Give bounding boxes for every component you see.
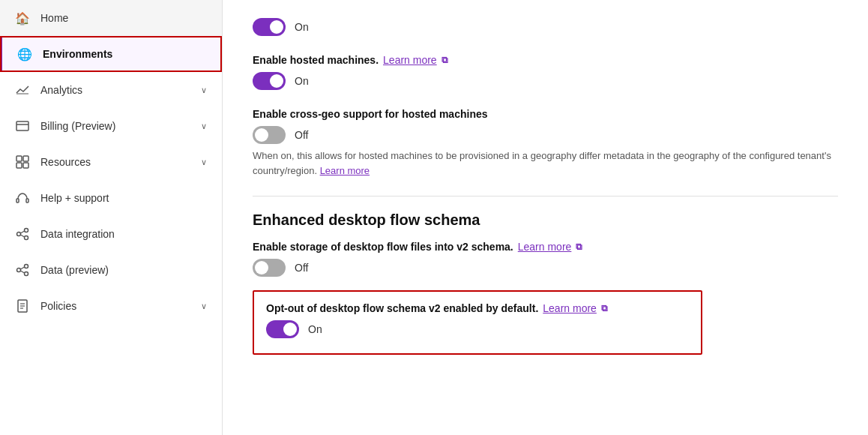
top-toggle-section: On — [253, 18, 838, 36]
sidebar-item-policies[interactable]: Policies ∨ — [0, 288, 222, 324]
external-link-icon-3: ⧉ — [601, 303, 608, 314]
storage-label-row: Enable storage of desktop flow files int… — [253, 241, 838, 253]
sidebar-item-data-integration[interactable]: Data integration — [0, 216, 222, 252]
svg-point-9 — [25, 229, 28, 232]
storage-learn-more[interactable]: Learn more — [518, 241, 572, 253]
billing-icon — [15, 118, 30, 134]
svg-point-8 — [17, 232, 21, 236]
optout-label-row: Opt-out of desktop flow schema v2 enable… — [266, 302, 689, 314]
sidebar-label-home: Home — [40, 12, 207, 24]
main-content: On Enable hosted machines. Learn more ⧉ … — [223, 0, 868, 435]
sidebar-item-analytics[interactable]: Analytics ∨ — [0, 72, 222, 108]
data-integration-icon — [15, 226, 30, 242]
cross-geo-section: Enable cross-geo support for hosted mach… — [253, 108, 838, 178]
cross-geo-label-row: Enable cross-geo support for hosted mach… — [253, 108, 838, 120]
storage-status: Off — [295, 262, 308, 274]
toggle1-row: On — [253, 18, 838, 36]
hosted-machines-status: On — [295, 75, 309, 87]
hosted-machines-label-row: Enable hosted machines. Learn more ⧉ — [253, 54, 838, 66]
sidebar-label-resources: Resources — [40, 156, 190, 168]
svg-rect-0 — [16, 122, 28, 130]
storage-toggle-row: Off — [253, 259, 838, 277]
sidebar-item-home[interactable]: 🏠 Home — [0, 0, 222, 36]
sidebar-label-billing: Billing (Preview) — [40, 120, 190, 132]
enhanced-schema-title: Enhanced desktop flow schema — [253, 212, 838, 229]
optout-label: Opt-out of desktop flow schema v2 enable… — [266, 302, 538, 314]
svg-line-11 — [21, 231, 25, 233]
svg-rect-5 — [23, 163, 28, 168]
chevron-down-icon-resources: ∨ — [201, 158, 207, 167]
svg-line-16 — [21, 267, 25, 269]
sidebar-label-data-preview: Data (preview) — [40, 264, 207, 276]
optout-box: Opt-out of desktop flow schema v2 enable… — [253, 290, 702, 355]
optout-toggle[interactable] — [266, 320, 299, 338]
cross-geo-description: When on, this allows for hosted machines… — [253, 148, 837, 178]
cross-geo-learn-more[interactable]: Learn more — [320, 165, 370, 176]
sidebar-item-help[interactable]: Help + support — [0, 180, 222, 216]
svg-rect-7 — [26, 199, 28, 202]
hosted-machines-learn-more[interactable]: Learn more — [383, 54, 437, 66]
hosted-machines-section: Enable hosted machines. Learn more ⧉ On — [253, 54, 838, 90]
enhanced-schema-section: Enhanced desktop flow schema Enable stor… — [253, 212, 838, 355]
cross-geo-toggle-row: Off — [253, 126, 838, 144]
policies-icon — [15, 298, 30, 314]
svg-rect-6 — [16, 199, 19, 202]
chevron-down-icon-billing: ∨ — [201, 122, 207, 131]
svg-line-12 — [21, 235, 25, 237]
headset-icon — [15, 190, 30, 206]
svg-rect-4 — [16, 163, 22, 168]
section-divider — [253, 196, 838, 196]
sidebar: 🏠 Home 🌐 Environments Analytics ∨ Billin… — [0, 0, 223, 435]
svg-rect-3 — [23, 156, 28, 161]
sidebar-item-billing[interactable]: Billing (Preview) ∨ — [0, 108, 222, 144]
svg-point-14 — [25, 265, 28, 268]
sidebar-item-resources[interactable]: Resources ∨ — [0, 144, 222, 180]
cross-geo-label: Enable cross-geo support for hosted mach… — [253, 108, 488, 120]
svg-rect-2 — [16, 156, 22, 161]
svg-line-17 — [21, 271, 25, 273]
sidebar-item-environments[interactable]: 🌐 Environments — [0, 36, 222, 72]
sidebar-label-policies: Policies — [40, 300, 190, 312]
data-preview-icon — [15, 262, 30, 278]
sidebar-item-data-preview[interactable]: Data (preview) — [0, 252, 222, 288]
storage-toggle[interactable] — [253, 259, 286, 277]
sidebar-label-analytics: Analytics — [40, 84, 190, 96]
toggle1[interactable] — [253, 18, 286, 36]
home-icon: 🏠 — [15, 10, 30, 26]
toggle1-status: On — [295, 21, 309, 33]
external-link-icon-2: ⧉ — [576, 242, 582, 252]
chevron-down-icon: ∨ — [201, 86, 207, 95]
external-link-icon-1: ⧉ — [441, 55, 448, 65]
svg-point-10 — [25, 236, 28, 240]
optout-learn-more[interactable]: Learn more — [543, 302, 597, 314]
analytics-icon — [15, 82, 30, 98]
globe-icon: 🌐 — [17, 46, 32, 62]
cross-geo-toggle[interactable] — [253, 126, 286, 144]
resources-icon — [15, 154, 30, 170]
hosted-machines-label: Enable hosted machines. — [253, 54, 379, 66]
optout-status: On — [308, 323, 322, 335]
sidebar-label-environments: Environments — [43, 48, 207, 60]
cross-geo-status: Off — [295, 129, 308, 141]
sidebar-label-help: Help + support — [40, 192, 207, 204]
storage-label: Enable storage of desktop flow files int… — [253, 241, 513, 253]
sidebar-label-data-integration: Data integration — [40, 228, 207, 240]
svg-point-13 — [17, 268, 21, 272]
hosted-machines-toggle-row: On — [253, 72, 838, 90]
optout-toggle-row: On — [266, 320, 689, 338]
chevron-down-icon-policies: ∨ — [201, 302, 207, 311]
svg-point-15 — [25, 272, 28, 276]
hosted-machines-toggle[interactable] — [253, 72, 286, 90]
